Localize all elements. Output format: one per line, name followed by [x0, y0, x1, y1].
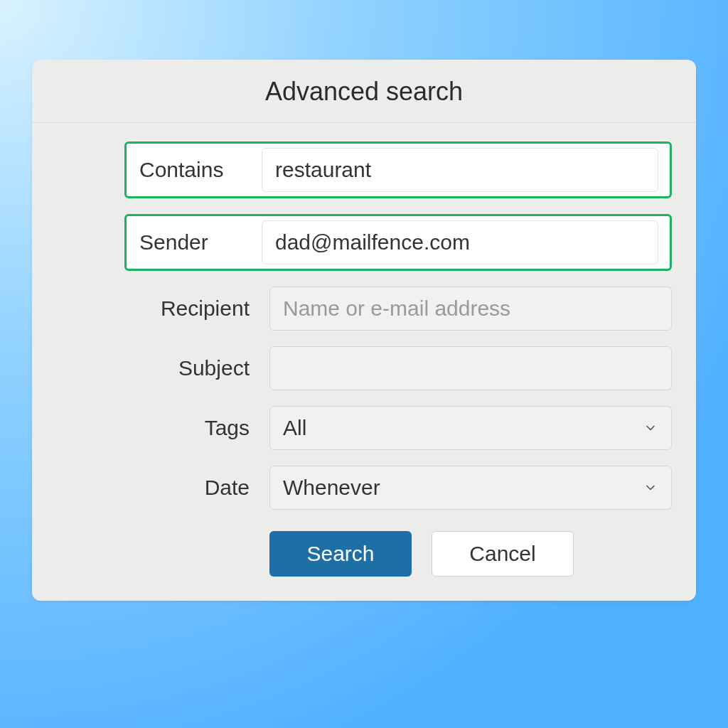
row-contains: Contains	[124, 141, 672, 198]
label-contains: Contains	[127, 158, 262, 182]
tags-select-value: All	[283, 416, 306, 440]
chevron-down-icon	[643, 420, 658, 436]
date-select[interactable]: Whenever	[269, 466, 672, 510]
chevron-down-icon	[643, 480, 658, 496]
dialog-title: Advanced search	[32, 60, 696, 123]
row-sender: Sender	[124, 214, 672, 271]
row-recipient: Recipient	[56, 287, 672, 331]
cancel-button[interactable]: Cancel	[432, 531, 574, 577]
label-sender: Sender	[127, 230, 262, 255]
row-tags: Tags All	[56, 406, 672, 450]
label-subject: Subject	[56, 356, 269, 380]
advanced-search-dialog: Advanced search Contains Sender Recipien…	[32, 60, 696, 601]
sender-input[interactable]	[262, 220, 658, 264]
dialog-actions: Search Cancel	[269, 531, 672, 577]
row-date: Date Whenever	[56, 466, 672, 510]
dialog-body: Contains Sender Recipient Subject	[32, 123, 696, 601]
date-select-value: Whenever	[283, 476, 380, 500]
label-recipient: Recipient	[56, 296, 269, 321]
row-subject: Subject	[56, 346, 672, 390]
subject-input[interactable]	[269, 346, 672, 390]
label-date: Date	[56, 476, 269, 500]
tags-select[interactable]: All	[269, 406, 672, 450]
search-button[interactable]: Search	[269, 531, 412, 577]
recipient-input[interactable]	[269, 287, 672, 331]
contains-input[interactable]	[262, 148, 658, 192]
label-tags: Tags	[56, 416, 269, 440]
